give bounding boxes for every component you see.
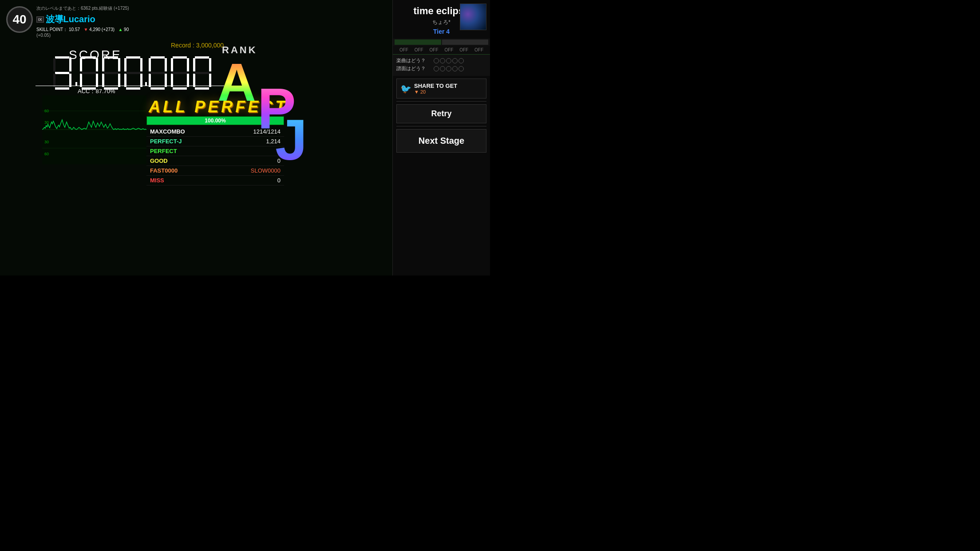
circle-5[interactable] [458,58,464,63]
circle-4[interactable] [452,58,458,63]
svg-rect-19 [102,58,104,71]
record-text: Record : 3,000,000 [171,42,224,49]
toggle-off-4[interactable]: OFF [444,47,453,52]
svg-rect-40 [173,87,187,90]
circle-1[interactable] [434,58,439,63]
rank-badge: IX [36,16,44,23]
svg-rect-49 [193,74,195,87]
waveform-chart: 60 30 30 60 [42,95,146,164]
chart-circle-4[interactable] [452,66,458,71]
rank-letter-j: J [275,111,307,169]
share-text: SHARE TO GET [414,83,457,89]
toggle-bar-1 [395,39,441,45]
svg-rect-1 [69,58,71,71]
svg-rect-50 [195,72,209,74]
svg-rect-16 [118,58,120,71]
svg-rect-3 [69,74,71,87]
chart-rating-label: 譜面はどう？ [396,65,432,72]
svg-rect-48 [193,58,195,71]
score-line [36,86,249,86]
svg-rect-46 [209,74,211,87]
music-rating-circles [434,58,464,63]
fast-label: FAST0000 [150,167,178,174]
skill-label: SKILL POINT： [36,27,67,32]
svg-rect-6 [53,74,55,87]
rank-area: RANK A P J [217,44,333,177]
svg-rect-43 [173,72,187,74]
sub-stat: (+0.05) [36,33,129,38]
rank-letter-a: A [217,55,256,109]
svg-text:60: 60 [44,152,49,156]
circle-2[interactable] [440,58,445,63]
circle-3[interactable] [446,58,451,63]
svg-rect-10 [96,74,98,87]
next-stage-button[interactable]: Next Stage [396,129,486,153]
svg-rect-24 [140,74,142,87]
share-button[interactable]: 🐦 SHARE TO GET ▼ 20 [396,79,486,98]
chart-circle-5[interactable] [458,66,464,71]
toggle-off-2[interactable]: OFF [415,47,423,52]
right-panel: time eclipse ちょろ* Tier 4 OFF OFF OFF OFF… [392,0,490,276]
svg-rect-21 [104,72,118,74]
svg-rect-38 [187,58,189,71]
toggle-off-1[interactable]: OFF [399,47,408,52]
twitter-icon: 🐦 [400,83,411,94]
stat2: 90 [124,27,129,32]
album-art-design [460,4,486,30]
svg-rect-15 [104,56,118,59]
level-number: 40 [12,12,26,27]
svg-rect-42 [171,74,173,87]
svg-rect-13 [80,74,82,87]
svg-rect-31 [165,58,167,71]
svg-text:30: 30 [44,140,49,144]
svg-rect-36 [150,72,165,74]
svg-rect-7 [75,82,77,86]
retry-button[interactable]: Retry [396,104,486,123]
perfect-label: PERFECT [150,148,177,154]
miss-label: MISS [150,177,164,184]
player-name: 波導Lucario [46,13,95,25]
perfectj-label: PERFECT-J [150,138,182,145]
skill-value: 10.57 [69,27,80,32]
svg-rect-33 [150,87,165,90]
svg-rect-8 [82,56,96,59]
svg-rect-41 [171,58,173,71]
chart-circle-1[interactable] [434,66,439,71]
toggle-row: OFF OFF OFF OFF OFF OFF [393,46,490,54]
svg-rect-22 [126,56,140,59]
level-badge: 40 [6,6,33,33]
svg-rect-44 [195,56,209,59]
svg-rect-2 [55,72,69,74]
toggle-off-6[interactable]: OFF [474,47,483,52]
svg-rect-9 [96,58,98,71]
svg-rect-14 [82,72,96,74]
svg-rect-30 [150,56,165,59]
svg-rect-37 [173,56,187,59]
stat1: 4,290 (+273) [89,27,115,32]
svg-text:60: 60 [44,109,49,113]
arrow-down: ▼ [83,27,88,32]
share-sub: ▼ 20 [414,89,457,94]
music-rating-label: 楽曲はどう？ [396,57,432,64]
svg-rect-5 [53,58,55,71]
svg-rect-4 [55,87,69,90]
chart-rating-circles [434,66,464,71]
svg-rect-34 [149,58,151,71]
divider-1 [396,101,486,102]
svg-rect-0 [55,56,69,59]
miss-value: 0 [277,177,281,184]
arrow-up: ▲ [118,27,122,32]
svg-text:30: 30 [44,120,49,125]
svg-rect-39 [187,74,189,87]
svg-rect-27 [124,74,126,87]
toggle-off-3[interactable]: OFF [430,47,439,52]
toggle-bar-2 [442,39,489,45]
toggle-off-5[interactable]: OFF [459,47,468,52]
svg-rect-45 [209,58,211,71]
svg-rect-17 [118,74,120,87]
svg-rect-20 [102,74,104,87]
chart-circle-3[interactable] [446,66,451,71]
divider-2 [396,126,486,126]
svg-rect-47 [195,87,209,90]
chart-circle-2[interactable] [440,66,445,71]
